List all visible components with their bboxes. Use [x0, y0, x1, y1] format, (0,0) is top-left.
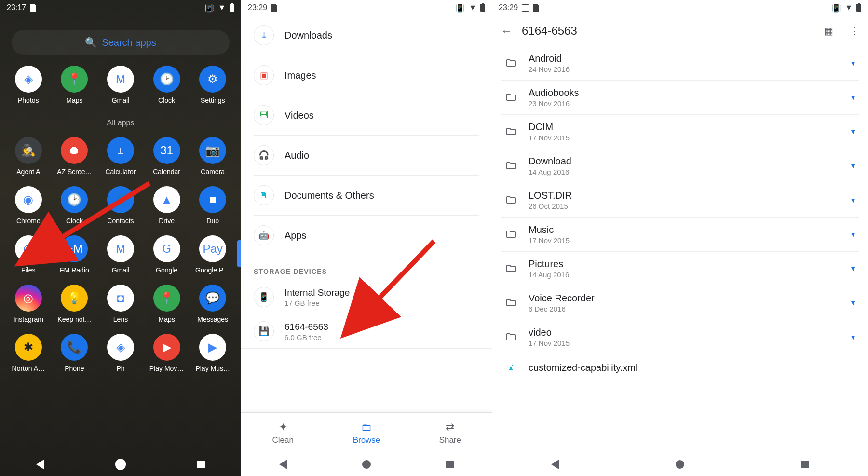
app-norton-a-[interactable]: ✱Norton A… — [7, 334, 50, 372]
folder-date: 24 Nov 2016 — [529, 65, 840, 73]
folder-date: 17 Nov 2015 — [529, 339, 840, 347]
app-instagram[interactable]: ◎Instagram — [7, 285, 50, 323]
tab-label: Browse — [353, 435, 380, 445]
tab-clean[interactable]: ✦Clean — [241, 413, 325, 453]
category-downloads[interactable]: ⤓Downloads — [254, 15, 479, 55]
battery-icon — [230, 4, 234, 12]
folder-menu-button[interactable]: ▼ — [850, 128, 856, 136]
folder-menu-button[interactable]: ▼ — [850, 231, 856, 238]
folder-menu-button[interactable]: ▼ — [850, 162, 856, 170]
folder-audiobooks[interactable]: Audiobooks23 Nov 2016▼ — [501, 81, 859, 115]
app-play-mus-[interactable]: ▶Play Mus… — [191, 334, 234, 372]
app-maps[interactable]: 📍Maps — [145, 285, 189, 323]
nav-home-button[interactable] — [676, 460, 684, 469]
app-icon: 📷 — [199, 137, 226, 164]
nav-recent-button[interactable] — [196, 459, 206, 470]
app-label: Photos — [18, 96, 39, 104]
app-photos[interactable]: ◈Photos — [7, 66, 50, 104]
folder-pictures[interactable]: Pictures14 Aug 2016▼ — [501, 252, 859, 286]
app-google-p-[interactable]: PayGoogle P… — [191, 235, 234, 274]
more-menu-button[interactable]: ⋮ — [850, 25, 859, 37]
category-apps[interactable]: 🤖Apps — [254, 216, 479, 255]
tab-browse[interactable]: 🗀Browse — [325, 413, 408, 453]
app-label: Camera — [201, 168, 225, 176]
category-documents-others[interactable]: 🗎Documents & Others — [254, 176, 479, 216]
category-icon: 🗎 — [254, 185, 274, 205]
storage-6164-6563[interactable]: 💾6164-65636.0 GB free — [241, 314, 492, 349]
view-grid-button[interactable]: ▦ — [824, 25, 833, 37]
app-messages[interactable]: 💬Messages — [191, 285, 234, 323]
folder-music[interactable]: Music17 Nov 2015▼ — [501, 218, 859, 252]
nav-recent-button[interactable] — [800, 459, 810, 470]
app-icon: 💬 — [199, 285, 226, 312]
nav-back-button[interactable] — [550, 459, 560, 470]
folder-name: DCIM — [529, 122, 840, 133]
app-label: Keep not… — [57, 315, 91, 323]
nav-back-button[interactable] — [35, 459, 45, 470]
app-label: Messages — [197, 315, 228, 323]
folder-menu-button[interactable]: ▼ — [850, 299, 856, 307]
app-duo[interactable]: ■Duo — [191, 186, 234, 225]
category-images[interactable]: ▣Images — [254, 55, 479, 95]
folder-menu-button[interactable]: ▼ — [850, 265, 856, 272]
folder-lost-dir[interactable]: LOST.DIR26 Oct 2015▼ — [501, 183, 859, 218]
scroll-handle[interactable] — [237, 240, 241, 267]
category-label: Videos — [285, 110, 314, 121]
app-phone[interactable]: 📞Phone — [53, 334, 96, 372]
app-contacts[interactable]: 👤Contacts — [99, 186, 142, 225]
folder-menu-button[interactable]: ▼ — [850, 333, 856, 341]
storage-internal-storage[interactable]: 📱Internal Storage17 GB free — [241, 280, 492, 314]
app-calculator[interactable]: ±Calculator — [99, 137, 142, 176]
app-files[interactable]: 🗂Files — [7, 235, 50, 274]
app-drive[interactable]: ▲Drive — [145, 186, 189, 225]
category-icon: 🎞 — [254, 105, 274, 125]
app-label: Calendar — [153, 168, 180, 176]
app-google[interactable]: GGoogle — [145, 235, 189, 274]
app-lens[interactable]: ◘Lens — [99, 285, 142, 323]
folder-menu-button[interactable]: ▼ — [850, 94, 856, 101]
category-label: Downloads — [285, 30, 332, 41]
app-az-scree-[interactable]: ⏺AZ Scree… — [53, 137, 96, 176]
nav-home-button[interactable] — [115, 459, 126, 470]
app-maps[interactable]: 📍Maps — [53, 66, 96, 104]
vibrate-icon: 📳 — [455, 3, 465, 13]
folder-voice-recorder[interactable]: Voice Recorder6 Dec 2016▼ — [501, 286, 859, 320]
folder-name: Voice Recorder — [529, 293, 840, 304]
app-camera[interactable]: 📷Camera — [191, 137, 234, 176]
tab-share[interactable]: ⇄Share — [408, 413, 492, 453]
app-fm-radio[interactable]: FMFM Radio — [53, 235, 96, 274]
app-settings[interactable]: ⚙Settings — [191, 66, 234, 104]
app-gmail[interactable]: MGmail — [99, 66, 142, 104]
folder-download[interactable]: Download14 Aug 2016▼ — [501, 149, 859, 183]
app-clock[interactable]: 🕑Clock — [145, 66, 189, 104]
tab-label: Share — [439, 435, 461, 445]
app-clock[interactable]: 🕑Clock — [53, 186, 96, 225]
app-label: Clock — [66, 217, 83, 225]
app-label: Duo — [206, 217, 219, 225]
app-gmail[interactable]: MGmail — [99, 235, 142, 274]
search-apps-bar[interactable]: 🔍 Search apps — [12, 30, 230, 55]
files-browse-screen: 23:29 📳 ▼ ⤓Downloads▣Images🎞Videos🎧Audio… — [241, 0, 492, 476]
app-chrome[interactable]: ◉Chrome — [7, 186, 50, 225]
folder-dcim[interactable]: DCIM17 Nov 2015▼ — [501, 115, 859, 149]
category-videos[interactable]: 🎞Videos — [254, 95, 479, 136]
app-icon: 📞 — [61, 334, 88, 361]
category-label: Apps — [285, 230, 307, 241]
app-agent-a[interactable]: 🕵Agent A — [7, 137, 50, 176]
folder-menu-button[interactable]: ▼ — [850, 196, 856, 204]
app-ph[interactable]: ◈Ph — [99, 334, 142, 372]
wifi-icon: ▼ — [469, 3, 476, 12]
category-audio[interactable]: 🎧Audio — [254, 136, 479, 176]
folder-android[interactable]: Android24 Nov 2016▼ — [501, 46, 859, 81]
nav-home-button[interactable] — [362, 460, 371, 469]
app-label: Drive — [159, 217, 175, 225]
folder-menu-button[interactable]: ▼ — [850, 59, 856, 67]
file-partial[interactable]: 🗎customized-capability.xml — [501, 354, 859, 381]
app-keep-not-[interactable]: 💡Keep not… — [53, 285, 96, 323]
back-button[interactable]: ← — [501, 24, 512, 38]
nav-back-button[interactable] — [278, 459, 288, 470]
app-calendar[interactable]: 31Calendar — [145, 137, 189, 176]
folder-video[interactable]: video17 Nov 2015▼ — [501, 320, 859, 354]
nav-recent-button[interactable] — [445, 459, 455, 470]
app-play-mov-[interactable]: ▶Play Mov… — [145, 334, 189, 372]
